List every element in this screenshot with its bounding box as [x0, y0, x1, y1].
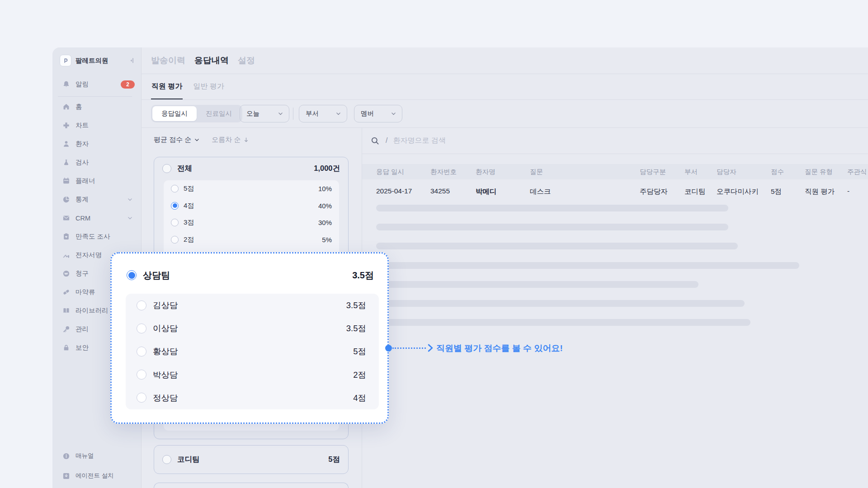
chart-icon	[62, 122, 70, 130]
table-cell: 오쿠다미사키	[717, 187, 759, 197]
score-breakdown-row[interactable]: 2점5%	[164, 231, 339, 249]
table-header-cell: 부서	[684, 168, 698, 176]
date-type-toggle: 응답일시진료일시	[151, 105, 242, 122]
sidebar-item-label: 차트	[75, 121, 89, 130]
sidebar-item-agent-install[interactable]: 에이전트 설치	[52, 466, 141, 486]
member-name: 황상담	[153, 346, 353, 357]
sidebar-item-lab[interactable]: 검사	[52, 153, 141, 172]
member-dropdown[interactable]: 멤버	[354, 105, 402, 122]
security-icon	[62, 344, 70, 352]
chevron-down-icon[interactable]	[127, 197, 133, 202]
table-header-cell: 환자명	[476, 168, 495, 176]
table-cell: 데스크	[530, 187, 551, 197]
search-icon	[371, 136, 379, 145]
sidebar-item-label: 환자	[75, 140, 89, 148]
header-tab[interactable]: 응답내역	[194, 55, 229, 66]
radio-total[interactable]	[162, 164, 171, 173]
score-breakdown-row[interactable]: 3점30%	[164, 214, 339, 231]
member-score: 5점	[353, 346, 366, 357]
sort-by-dropdown[interactable]: 평균 점수 순	[154, 136, 200, 144]
member-score: 3.5점	[346, 323, 366, 334]
date-type-option[interactable]: 진료일시	[197, 106, 241, 121]
sidebar-item-label: 전자서명	[75, 251, 102, 259]
callout-arrow-icon	[427, 343, 434, 352]
score-breakdown-row[interactable]: 4점40%	[164, 197, 339, 215]
sidebar-item-survey[interactable]: 만족도 조사	[52, 227, 141, 246]
sidebar-item-label: 마약류	[75, 288, 95, 296]
score-card-codi[interactable]: 코디팀 5점	[154, 445, 349, 474]
radio-score[interactable]	[171, 219, 179, 226]
chevron-down-icon	[278, 111, 283, 117]
collapse-sidebar-icon[interactable]	[128, 57, 135, 64]
score-value: 40%	[318, 202, 332, 210]
table-header-cell: 질문 유형	[805, 168, 833, 176]
member-name: 이상담	[153, 323, 346, 334]
date-type-option[interactable]: 응답일시	[152, 106, 197, 121]
sidebar-item-patient[interactable]: 환자	[52, 135, 141, 153]
score-card-codi-value: 5점	[328, 455, 340, 465]
radio-score[interactable]	[171, 202, 179, 210]
agent-install-icon	[62, 472, 70, 480]
sidebar-item-notifications[interactable]: 알림 2	[52, 75, 141, 94]
sidebar-item-label: 라이브러리	[75, 306, 108, 315]
radio-score[interactable]	[171, 185, 179, 192]
member-score: 4점	[353, 392, 366, 404]
sidebar-item-label: 청구	[75, 269, 89, 278]
popup-member-row[interactable]: 박상담2점	[126, 363, 379, 386]
member-score: 2점	[353, 369, 366, 380]
member-name: 박상담	[153, 369, 353, 380]
sidebar-item-planner[interactable]: 플래너	[52, 172, 141, 190]
sidebar-item-label: 플래너	[75, 177, 95, 185]
radio-team-selected[interactable]	[127, 270, 137, 280]
bell-icon	[62, 80, 70, 89]
score-label: 2점	[184, 235, 322, 244]
patient-search-input[interactable]: / 환자명으로 검색	[371, 127, 446, 154]
table-header-cell: 주관식	[847, 168, 867, 176]
radio-codi-team[interactable]	[162, 455, 171, 464]
sidebar-item-label: 만족도 조사	[75, 232, 110, 241]
palette-logo-icon	[60, 55, 71, 66]
popup-member-row[interactable]: 황상담5점	[126, 340, 379, 363]
sort-by-label: 평균 점수 순	[154, 136, 191, 144]
score-breakdown-row[interactable]: 5점10%	[164, 180, 339, 197]
planner-icon	[62, 177, 70, 185]
sidebar-item-label: 매뉴얼	[75, 452, 94, 460]
sidebar-item-chart[interactable]: 차트	[52, 116, 141, 135]
header-tab[interactable]: 발송이력	[151, 55, 185, 66]
sort-direction-toggle[interactable]: 오름차 순	[212, 136, 249, 144]
header-tab[interactable]: 설정	[238, 55, 255, 66]
billing-icon	[62, 270, 70, 278]
radio-member[interactable]	[137, 347, 146, 357]
radio-member[interactable]	[137, 370, 146, 380]
date-range-dropdown[interactable]: 오늘	[240, 105, 289, 122]
popup-member-row[interactable]: 정상담4점	[126, 386, 379, 409]
department-dropdown[interactable]: 부서	[299, 105, 347, 122]
sidebar-item-home[interactable]: 홈	[52, 98, 141, 116]
radio-member[interactable]	[137, 300, 146, 310]
chevron-down-icon[interactable]	[127, 215, 133, 221]
table-cell: 주담당자	[640, 187, 668, 197]
sidebar-item-stats[interactable]: 통계	[52, 190, 141, 209]
team-score-popup: 상담팀 3.5점 김상담3.5점이상담3.5점황상담5점박상담2점정상담4점	[110, 252, 389, 424]
sidebar-header: 팔레트의원	[60, 54, 135, 67]
member-name: 정상담	[153, 392, 353, 404]
dropdown-value: 오늘	[246, 109, 259, 118]
sidebar-item-crm[interactable]: CRM	[52, 209, 141, 227]
sub-tab[interactable]: 직원 평가	[151, 74, 183, 99]
radio-member[interactable]	[137, 393, 146, 403]
search-placeholder: 환자명으로 검색	[393, 136, 445, 145]
table-header-cell: 환자번호	[430, 168, 457, 176]
score-card-total-header[interactable]: 전체 1,000건	[154, 157, 348, 180]
popup-member-row[interactable]: 이상담3.5점	[126, 317, 379, 340]
radio-score[interactable]	[171, 236, 179, 244]
skeleton-row	[376, 300, 745, 307]
table-cell: 2025-04-17	[376, 187, 412, 195]
skeleton-row	[376, 205, 728, 211]
popup-team-header[interactable]: 상담팀 3.5점	[127, 266, 374, 284]
sidebar-item-info[interactable]: 매뉴얼	[52, 446, 141, 466]
sub-tab[interactable]: 일반 평가	[193, 74, 224, 99]
popup-member-row[interactable]: 김상담3.5점	[126, 294, 379, 317]
table-cell: 직원 평가	[805, 187, 835, 197]
radio-member[interactable]	[137, 324, 146, 333]
brand-name: 팔레트의원	[75, 56, 128, 65]
